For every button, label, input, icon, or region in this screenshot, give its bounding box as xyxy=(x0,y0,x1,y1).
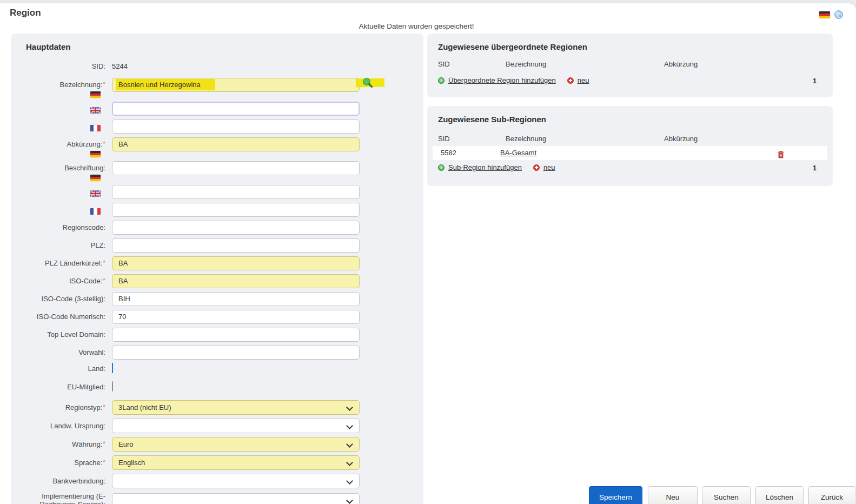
bezeichnung-en-label-cell xyxy=(16,102,105,116)
top-level-domain-row: Top Level Domain: xyxy=(11,328,423,342)
land-checkbox[interactable] xyxy=(112,363,113,373)
page-title: Region xyxy=(10,8,41,18)
regionstyp-label: Regionstyp: xyxy=(65,403,103,412)
required-asterisk: * xyxy=(103,81,105,88)
bankverbindung-select[interactable] xyxy=(112,474,360,488)
implementierung-select[interactable] xyxy=(112,493,360,504)
sid-field-cell: 5244 xyxy=(112,61,128,71)
save-button[interactable]: Speichern xyxy=(589,486,642,504)
plz-laenderkuerzel-label: PLZ Länderkürzel: xyxy=(45,259,102,267)
parent-regions-panel: Zugewiesene übergeordnete Regionen SID B… xyxy=(427,34,833,97)
beschriftung-de-row: Beschriftung: xyxy=(11,161,423,181)
eu-mitglied-field-cell xyxy=(112,382,113,392)
waehrung-select[interactable]: Euro xyxy=(112,437,360,452)
eu-mitglied-checkbox[interactable] xyxy=(112,381,113,392)
back-button[interactable]: Zurück xyxy=(808,486,855,504)
german-flag-icon[interactable] xyxy=(819,11,830,18)
plz-laenderkuerzel-row: PLZ Länderkürzel:*BA xyxy=(11,256,423,270)
top-level-domain-label: Top Level Domain: xyxy=(47,330,105,339)
vorwahl-input[interactable] xyxy=(112,346,360,360)
bezeichnung-de-input[interactable]: Bosnien und Herzegowina xyxy=(112,78,360,92)
column-header-sid: SID xyxy=(438,135,450,143)
regionscode-row: Regionscode: xyxy=(11,221,423,235)
beschriftung-de-input[interactable] xyxy=(112,161,360,175)
german-flag-icon xyxy=(90,151,101,157)
bezeichnung-en-field-cell xyxy=(112,102,360,116)
column-header-abkuerzung: Abkürzung xyxy=(664,135,698,143)
beschriftung-en-label-cell xyxy=(16,185,105,199)
sub-region-link[interactable]: BA-Gesamt xyxy=(500,146,536,160)
beschriftung-de-label: Beschriftung: xyxy=(64,164,105,172)
delete-sub-region-icon[interactable] xyxy=(778,149,784,157)
regionstyp-row: Regionstyp:*3Land (nicht EU) xyxy=(11,400,423,415)
add-icon xyxy=(438,164,444,171)
iso-code-input[interactable]: BA xyxy=(112,274,360,288)
sid-label: SID: xyxy=(92,62,105,70)
land-label: Land: xyxy=(88,364,105,373)
hauptdaten-form: SID:5244Bezeichnung:*Bosnien und Herzego… xyxy=(11,61,423,504)
iso-code-3-input[interactable]: BIH xyxy=(112,292,360,306)
bezeichnung-fr-label-cell xyxy=(16,120,105,134)
implementierung-row: Implementierung (E-Rechnungs-Service): xyxy=(11,492,423,504)
bezeichnung-en-row xyxy=(11,102,423,116)
plz-row: PLZ: xyxy=(11,238,423,253)
bezeichnung-en-input[interactable] xyxy=(112,102,360,116)
sprache-select[interactable]: Englisch xyxy=(112,455,360,470)
regionscode-field-cell xyxy=(112,221,360,235)
beschriftung-en-input[interactable] xyxy=(112,185,360,199)
search-icon[interactable] xyxy=(362,77,374,89)
land-label-cell: Land: xyxy=(16,364,105,373)
sprache-label: Sprache: xyxy=(74,459,102,467)
implementierung-label-cell: Implementierung (E-Rechnungs-Service): xyxy=(16,492,105,504)
bezeichnung-fr-row xyxy=(11,120,423,134)
iso-code-3-value: BIH xyxy=(118,295,130,303)
beschriftung-fr-row xyxy=(11,203,423,217)
top-level-domain-input[interactable] xyxy=(112,328,360,342)
iso-code-numerisch-input[interactable]: 70 xyxy=(112,310,360,324)
search-button[interactable]: Suchen xyxy=(702,486,751,504)
bezeichnung-de-row: Bezeichnung:*Bosnien und Herzegowina xyxy=(11,78,423,98)
required-asterisk: * xyxy=(103,277,105,284)
abkuerzung-de-input[interactable]: BA xyxy=(112,137,360,151)
sprache-row: Sprache:*Englisch xyxy=(11,455,423,470)
column-header-abkuerzung: Abkürzung xyxy=(664,60,698,68)
top-level-domain-field-cell xyxy=(112,328,360,342)
sub-region-table-row: 5582 BA-Gesamt xyxy=(433,146,827,160)
iso-code-numerisch-value: 70 xyxy=(118,313,126,321)
iso-code-numerisch-label: ISO-Code Numerisch: xyxy=(37,313,105,321)
toast-message: Aktuelle Daten wurden gespeichert! xyxy=(0,22,833,30)
new-sub-region-link[interactable]: neu xyxy=(543,163,555,171)
landw-ursprung-row: Landw. Ursprung: xyxy=(11,419,423,433)
add-sub-region-link[interactable]: Sub-Region hinzufügen xyxy=(448,163,522,171)
required-asterisk: * xyxy=(103,403,105,411)
landw-ursprung-select[interactable] xyxy=(112,419,360,433)
implementierung-label: Implementierung (E-Rechnungs-Service): xyxy=(40,492,105,504)
regionstyp-select[interactable]: 3Land (nicht EU) xyxy=(112,400,360,415)
beschriftung-de-label-cell: Beschriftung: xyxy=(16,161,105,181)
landw-ursprung-field-cell xyxy=(112,419,360,433)
regionscode-input[interactable] xyxy=(112,221,360,235)
eu-mitglied-label-cell: EU-Mitglied: xyxy=(16,383,105,391)
plz-laenderkuerzel-label-cell: PLZ Länderkürzel:* xyxy=(16,256,105,270)
beschriftung-fr-input[interactable] xyxy=(112,203,360,217)
plz-input[interactable] xyxy=(112,238,360,253)
add-parent-region-link[interactable]: Übergeordnete Region hinzufügen xyxy=(448,76,556,84)
french-flag-icon xyxy=(90,125,101,131)
eu-mitglied-row: EU-Mitglied: xyxy=(11,382,423,392)
header-icons xyxy=(819,10,843,19)
abkuerzung-de-value: BA xyxy=(118,140,128,148)
delete-button[interactable]: Löschen xyxy=(755,486,804,504)
new-parent-region-link[interactable]: neu xyxy=(578,76,589,84)
plz-laenderkuerzel-input[interactable]: BA xyxy=(112,256,360,270)
bezeichnung-de-value: Bosnien und Herzegowina xyxy=(116,79,215,90)
uk-flag-icon xyxy=(90,107,101,114)
german-flag-icon xyxy=(90,175,101,181)
bankverbindung-row: Bankverbindung: xyxy=(11,474,423,488)
sub-regions-actions: Sub-Region hinzufügen neu xyxy=(438,163,555,171)
beschriftung-en-field-cell xyxy=(112,185,360,199)
abkuerzung-de-row: Abkürzung:*BA xyxy=(11,137,423,157)
new-button[interactable]: Neu xyxy=(648,486,698,504)
globe-icon[interactable] xyxy=(834,10,843,19)
abkuerzung-de-field-cell: BA xyxy=(112,137,360,157)
bezeichnung-fr-input[interactable] xyxy=(112,120,360,134)
